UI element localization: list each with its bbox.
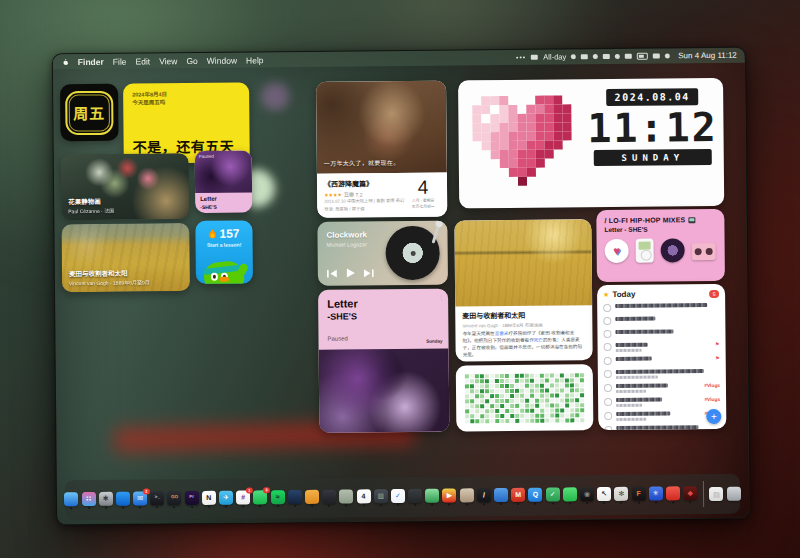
wechat-icon[interactable]: 3 [253,490,267,504]
control-center-icon[interactable] [653,54,660,59]
dock-app-things[interactable]: ✓ [390,488,405,505]
dock-app-darkred-app[interactable]: ◆ [683,486,698,503]
apple-menu-icon[interactable] [61,57,70,67]
spotlight-icon[interactable] [615,54,620,59]
todo-item[interactable] [603,328,719,338]
todo-tag[interactable]: #Vlogs [704,396,720,401]
dock-app-stats[interactable]: ▥ [373,489,388,506]
todo-item[interactable]: #Vlogs [604,410,720,421]
todo-item[interactable]: ⚑ [604,355,720,365]
todo-item[interactable] [603,302,719,312]
todo-checkbox[interactable] [604,412,612,420]
duolingo-widget[interactable]: 157 Start a lesson! [195,220,253,284]
pixel-clock-widget[interactable]: 2024.08.04 11:12 SUNDAY [458,78,724,209]
notes-dark-icon[interactable] [408,488,422,502]
cezanne-painting-widget[interactable]: 花果静物画 Paul Cézanne · 法国 [61,153,190,220]
finder-icon[interactable] [64,492,78,506]
dock-app-slack[interactable]: #1 [236,490,251,507]
dock-app-notion[interactable]: N [201,490,216,507]
display-icon[interactable] [581,54,588,59]
todo-checkbox[interactable] [603,304,611,312]
chatgpt-icon[interactable]: ✻ [614,486,628,500]
menu-clock[interactable]: Sun 4 Aug 11:12 [678,51,737,61]
add-task-button[interactable]: + [706,409,721,424]
all-day-label[interactable]: All-day [543,52,566,61]
menu-item-go[interactable]: Go [186,55,197,65]
vscode-icon[interactable] [116,491,130,505]
now-playing-icon[interactable] [531,55,538,60]
lofi-playlist-widget[interactable]: / LO-FI HIP-HOP MIXES Letter - SHE'S ♥ [596,209,725,282]
dock-app-cursor-app[interactable]: ↖ [597,486,612,503]
menu-overflow-icon[interactable]: ••• [516,54,526,61]
go-app-icon[interactable]: GO [167,491,181,505]
navy-app-icon[interactable] [288,489,302,503]
todo-checkbox[interactable] [603,330,611,338]
menu-item-edit[interactable]: Edit [135,56,150,66]
dock-app-slash-app[interactable]: / [476,488,491,505]
things-icon[interactable]: ✓ [391,488,405,502]
red-app-icon[interactable] [666,486,680,500]
dock-app-docs-blue[interactable] [493,487,508,504]
launchpad-icon[interactable]: ∷ [81,491,95,505]
trash-icon[interactable] [727,487,741,501]
dock-app-notes-dark[interactable] [408,488,423,505]
menu-item-file[interactable]: File [113,56,127,66]
dock-app-terminal[interactable]: >_ [150,491,165,508]
todo-checkbox[interactable] [604,426,612,430]
wheatfield-info-widget[interactable]: 麦田与收割者和太阳 Vincent van Gogh · 1889年6月 布面油… [454,219,592,361]
dock-app-go-app[interactable]: GO [167,491,182,508]
focus-icon[interactable] [603,54,610,59]
movie-calendar-widget[interactable]: 一万年太久了，就要现在。 《西游降魔篇》 ★★★★豆瓣 7.2 2013.02.… [316,81,447,218]
todo-item[interactable]: ⚑ [604,341,720,352]
snowflake-app-icon[interactable]: ✳ [649,486,663,500]
todo-checkbox[interactable] [604,384,612,392]
battery-icon[interactable] [637,53,648,60]
calendar-icon[interactable]: 4 [356,489,370,503]
pixel-grid-widget[interactable] [456,364,594,431]
dock-app-trash[interactable] [726,487,741,501]
spotify-icon[interactable]: ≈ [271,490,285,504]
bear-icon[interactable] [305,489,319,503]
dock-app-calendar[interactable]: 4 [356,489,371,506]
dock-app-chatgpt[interactable]: ✻ [614,486,629,503]
dock-app-telegram[interactable]: ✈ [218,490,233,507]
docs-blue-icon[interactable] [494,487,508,501]
mweb-icon[interactable]: M [511,487,525,501]
sage-app-icon[interactable] [339,489,353,503]
dock-app-spotify[interactable]: ≈ [270,490,285,507]
cursor-app-icon[interactable]: ↖ [597,486,611,500]
todo-checkbox[interactable] [604,357,612,365]
sphere-icon[interactable] [425,488,439,502]
dock-app-qq[interactable]: Q [528,487,543,504]
menu-item-help[interactable]: Help [246,55,264,65]
documents-icon[interactable]: ▤ [709,487,723,501]
wheatfield-painting-widget[interactable]: 麦田与收割者和太阳 Vincent van Gogh · 1889年6月至9月 [61,223,190,292]
dock-app-premiere[interactable]: Pr [184,490,199,507]
bird-app-icon[interactable] [460,488,474,502]
todo-tag[interactable]: #Vlogs [704,382,720,387]
menu-item-view[interactable]: View [159,56,177,66]
mail-icon[interactable]: ✉2 [133,491,147,505]
dock-app-documents[interactable]: ▤ [709,487,724,501]
todo-checkbox[interactable] [604,370,612,378]
previous-button[interactable] [327,269,337,277]
letter-small-music-widget[interactable]: Paused Letter -SHE'S [195,150,253,213]
dock-app-sage-app[interactable] [339,489,354,506]
qq-icon[interactable]: Q [528,487,542,501]
slash-app-icon[interactable]: / [477,488,491,502]
menu-item-finder[interactable]: Finder [78,56,104,66]
terminal-icon[interactable]: >_ [150,491,164,505]
menu-item-window[interactable]: Window [207,55,237,65]
todo-item[interactable] [604,368,720,379]
dock-app-snowflake-app[interactable]: ✳ [648,486,663,503]
stats-icon[interactable]: ▥ [374,489,388,503]
dock-app-bird-app[interactable] [459,488,474,505]
notion-icon[interactable]: N [202,490,216,504]
dock-app-launchpad[interactable]: ∷ [81,491,96,508]
keyboard-icon[interactable] [593,54,598,59]
dock-app-potplayer[interactable]: ▶ [442,488,457,505]
dock-app-messages[interactable] [562,487,577,504]
dock-app-shield[interactable]: ✓ [545,487,560,504]
dock-app-settings[interactable]: ✱ [98,491,113,508]
premiere-icon[interactable]: Pr [185,490,199,504]
